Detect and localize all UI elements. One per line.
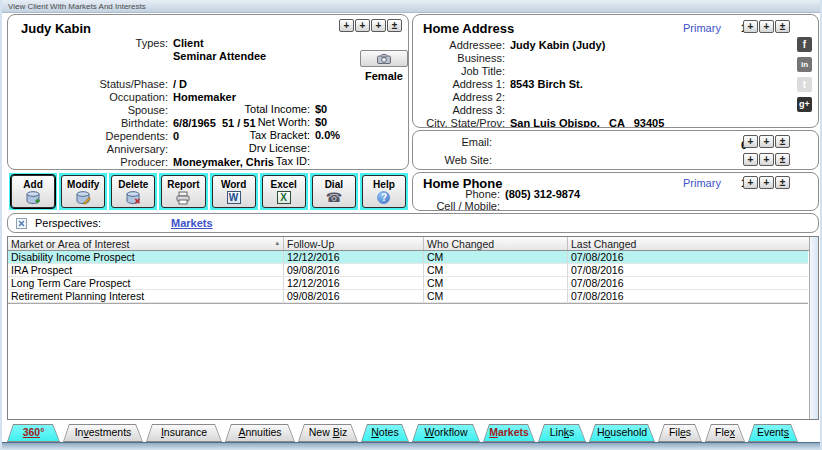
- field-row-city-state: City, State/Prov: San Luis Obispo, CA 93…: [413, 116, 818, 128]
- table-data-end-divider: [8, 303, 808, 304]
- question-mark-icon: ?: [377, 191, 390, 205]
- address-primary-link[interactable]: Primary: [683, 22, 721, 34]
- field-label: Address 2:: [413, 91, 510, 103]
- nav-next-button[interactable]: +: [759, 135, 774, 148]
- nav-next-button[interactable]: +: [371, 19, 386, 32]
- field-row-occupation: Occupation: Homemaker: [8, 90, 408, 103]
- dial-button[interactable]: Dial ☎: [312, 175, 356, 208]
- tab-notes[interactable]: Notes: [361, 424, 409, 442]
- client-summary-panel: Judy Kabin + + + ± Female Types: Client …: [7, 14, 409, 170]
- nav-last-button[interactable]: ±: [775, 20, 790, 33]
- field-label: Address 3:: [413, 104, 510, 116]
- nav-prev-button[interactable]: +: [743, 153, 758, 166]
- tab-files[interactable]: Files: [658, 424, 702, 442]
- field-label: Producer:: [8, 156, 173, 168]
- printer-icon: [175, 191, 191, 205]
- field-row-producer: Producer: Moneymaker, Chris Tax ID:: [8, 155, 408, 168]
- field-label: Tax Bracket:: [223, 129, 315, 141]
- nav-prev-button[interactable]: +: [743, 135, 758, 148]
- window-titlebar: View Client With Markets And Interests: [2, 0, 820, 13]
- home-address-panel: Home Address Primary 1 + + ± f in t g+ A…: [412, 14, 819, 128]
- field-row-business: Business:: [413, 51, 818, 64]
- field-value: 0.0%: [315, 129, 340, 141]
- address-fields: Addressee: Judy Kabin (Judy) Business: J…: [413, 38, 818, 128]
- field-label: Cell / Mobile:: [413, 200, 505, 211]
- nav-last-button[interactable]: ±: [775, 135, 790, 148]
- excel-spreadsheet-icon: X: [277, 191, 291, 205]
- field-value: San Luis Obispo, CA 93405: [510, 117, 664, 129]
- word-document-icon: W: [227, 191, 241, 205]
- column-header-follow-up[interactable]: Follow-Up: [284, 237, 424, 250]
- nav-next-button[interactable]: +: [759, 153, 774, 166]
- nav-first-button[interactable]: +: [339, 19, 354, 32]
- modify-button[interactable]: Modify: [61, 175, 105, 208]
- field-label: Tax ID:: [223, 155, 315, 167]
- tab-household[interactable]: Household: [589, 424, 655, 442]
- column-header-market[interactable]: Market or Area of Interest ▴: [8, 237, 284, 250]
- address-record-nav: + + ±: [743, 20, 790, 33]
- field-label: Job Title:: [413, 65, 510, 77]
- address-panel-title: Home Address: [423, 21, 514, 36]
- excel-button[interactable]: Excel X: [262, 175, 306, 208]
- field-label: Spouse:: [8, 104, 173, 116]
- nav-prev-button[interactable]: +: [743, 20, 758, 33]
- table-row[interactable]: Retirement Planning Interest 09/08/2016 …: [8, 290, 808, 303]
- perspectives-markets-link[interactable]: Markets: [171, 217, 213, 229]
- field-label: Anniversary:: [8, 143, 173, 155]
- field-row-address2: Address 2:: [413, 90, 818, 103]
- field-label: Net Worth:: [223, 116, 315, 128]
- database-delete-icon: [125, 191, 141, 205]
- field-value: Client: [173, 37, 204, 49]
- help-button[interactable]: Help ?: [362, 175, 406, 208]
- tab-flex[interactable]: Flex: [705, 424, 745, 442]
- delete-button[interactable]: Delete: [111, 175, 155, 208]
- tab-investments[interactable]: Investments: [63, 424, 143, 442]
- tab-markets[interactable]: Markets: [483, 424, 535, 442]
- field-row-dependents: Dependents: 0 Tax Bracket: 0.0%: [8, 129, 408, 142]
- tab-workflow[interactable]: Workflow: [412, 424, 480, 442]
- nav-last-button[interactable]: ±: [387, 19, 402, 32]
- perspectives-label: Perspectives:: [35, 217, 101, 229]
- table-header-row: Market or Area of Interest ▴ Follow-Up W…: [8, 237, 818, 251]
- perspectives-icon[interactable]: [16, 218, 27, 229]
- markets-table: Market or Area of Interest ▴ Follow-Up W…: [7, 236, 819, 420]
- window-title: View Client With Markets And Interests: [8, 2, 146, 11]
- table-row[interactable]: Disability Income Prospect 12/12/2016 CM…: [8, 251, 808, 264]
- field-label: Birthdate:: [8, 117, 173, 129]
- client-record-nav: + + + ±: [339, 19, 402, 32]
- field-value: (805) 312-9874: [505, 188, 580, 200]
- database-edit-icon: [75, 191, 91, 205]
- nav-last-button[interactable]: ±: [775, 153, 790, 166]
- tab-new-biz[interactable]: New Biz: [298, 424, 358, 442]
- perspectives-panel: Perspectives: Markets: [7, 213, 819, 233]
- tab-insurance[interactable]: Insurance: [146, 424, 222, 442]
- vertical-scrollbar[interactable]: [809, 237, 818, 419]
- nav-prev-button[interactable]: +: [355, 19, 370, 32]
- field-label: Email:: [413, 136, 497, 148]
- field-label: Address 1:: [413, 78, 510, 90]
- field-label: Phone:: [413, 188, 505, 200]
- word-button[interactable]: Word W: [212, 175, 256, 208]
- field-value: $0: [315, 103, 327, 115]
- field-row-cell-mobile: Cell / Mobile:: [413, 200, 818, 211]
- field-row-type2: Seminar Attendee: [8, 49, 408, 62]
- report-button[interactable]: Report: [161, 175, 205, 208]
- tab-events[interactable]: Events: [748, 424, 798, 442]
- field-row-phone: Phone: (805) 312-9874: [413, 188, 818, 200]
- column-header-last-changed[interactable]: Last Changed: [568, 237, 818, 250]
- column-header-who-changed[interactable]: Who Changed: [424, 237, 568, 250]
- field-value: Homemaker: [173, 91, 236, 103]
- field-row-birthdate: Birthdate: 6/8/1965 51 / 51 Net Worth: $…: [8, 116, 408, 129]
- table-row[interactable]: IRA Prospect 09/08/2016 CM 07/08/2016: [8, 264, 808, 277]
- field-row-address3: Address 3:: [413, 103, 818, 116]
- table-row[interactable]: Long Term Care Prospect 12/12/2016 CM 07…: [8, 277, 808, 290]
- field-row-addressee: Addressee: Judy Kabin (Judy): [413, 38, 818, 51]
- tab-links[interactable]: Links: [538, 424, 586, 442]
- add-button[interactable]: Add: [11, 175, 55, 208]
- field-row-types: Types: Client: [8, 36, 408, 49]
- tab-annuities[interactable]: Annuities: [225, 424, 295, 442]
- email-row: Email: 0 + + ±: [413, 135, 818, 148]
- toolbar: Add Modify Delete Report Word W Excel X: [9, 173, 408, 210]
- nav-next-button[interactable]: +: [759, 20, 774, 33]
- tab-360[interactable]: 360°: [7, 424, 60, 442]
